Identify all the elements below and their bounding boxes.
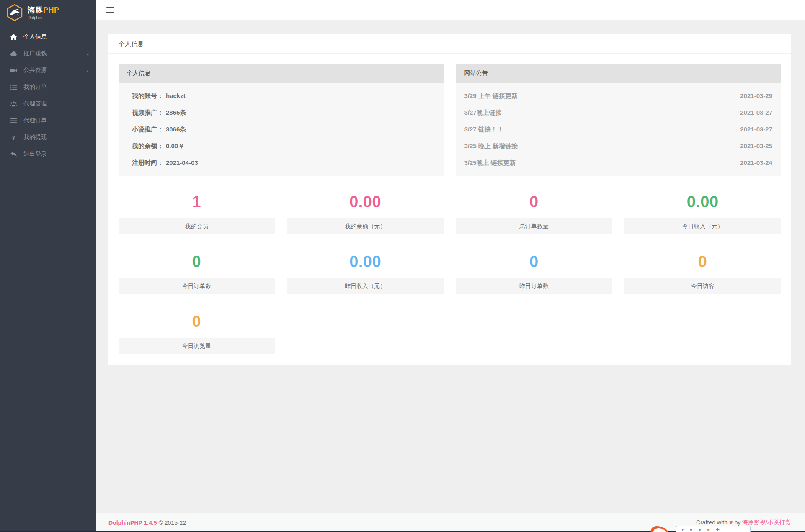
sidebar-item-label: 退出登录 (23, 150, 47, 158)
profile-row-register-time: 注册时间：2021-04-03 (127, 154, 435, 171)
main-card: 个人信息 个人信息 我的账号：hackzt 视频推广：2865条 小说推广：30… (108, 34, 791, 365)
stat-today-pageviews: 0今日浏览量 (119, 305, 275, 354)
profile-panel: 个人信息 我的账号：hackzt 视频推广：2865条 小说推广：3066条 我… (119, 64, 444, 176)
sidebar-item-label: 公共资源 (23, 67, 47, 74)
announcement-panel: 网站公告 3/29 上午 链接更新2021-03-29 3/27晚上链接2021… (456, 64, 781, 176)
stats-grid: 1我的会员 0.00我的余额（元） 0总订单数量 0.00今日收入（元） 0今日… (119, 185, 781, 354)
sidebar-item-my-orders[interactable]: 我的订单 (0, 79, 96, 95)
app-logo[interactable]: 海豚PHP Dolphin (0, 0, 96, 25)
stat-today-income: 0.00今日收入（元） (624, 185, 781, 234)
sidebar-item-label: 个人信息 (23, 33, 47, 41)
sidebar-item-label: 我的提现 (23, 134, 47, 141)
sidebar-item-agent-management[interactable]: 代理管理 (0, 95, 96, 112)
video-icon (10, 67, 17, 74)
sidebar-item-label: 代理订单 (23, 117, 47, 124)
home-icon (10, 33, 17, 41)
stat-my-members: 1我的会员 (119, 185, 275, 234)
sidebar-menu: 个人信息 推广赚钱 ‹ 公共资源 ‹ 我的订单 代理管理 (0, 28, 96, 162)
widget-toolbar[interactable]: ▾ ● ● ● ✚ (676, 526, 751, 532)
chevron-left-icon: ‹ (87, 67, 89, 74)
footer-brand: DolphinPHP 1.4.5 (108, 519, 157, 526)
widget-logo-icon (649, 525, 675, 532)
logout-icon (10, 151, 17, 158)
chevron-left-icon: ‹ (87, 51, 89, 57)
yen-icon: ¥ (10, 134, 17, 141)
widget-dot-icon: ● (690, 527, 693, 532)
widget-dot-icon: ● (698, 527, 701, 532)
cloud-icon (10, 50, 17, 57)
bars-icon (10, 117, 17, 124)
menu-toggle-button[interactable] (106, 7, 114, 13)
page-title: 个人信息 (108, 34, 791, 54)
sidebar-item-label: 推广赚钱 (23, 50, 47, 57)
floating-widget[interactable]: ▾ ● ● ● ✚ (649, 525, 751, 532)
profile-row-account: 我的账号：hackzt (127, 87, 435, 104)
sidebar-item-label: 我的订单 (23, 83, 47, 91)
topbar (96, 0, 805, 20)
sidebar-item-label: 代理管理 (23, 100, 47, 108)
profile-row-balance: 我的余额：0.00￥ (127, 138, 435, 154)
widget-chevron-icon: ▾ (681, 527, 684, 532)
sidebar: 海豚PHP Dolphin 个人信息 推广赚钱 ‹ 公共资源 ‹ (0, 0, 96, 532)
profile-row-video-promo: 视频推广：2865条 (127, 104, 435, 121)
stat-yesterday-income: 0.00昨日收入（元） (287, 245, 444, 294)
dolphin-logo-icon (6, 4, 23, 21)
stat-today-visitors: 0今日访客 (624, 245, 781, 294)
announcement-item[interactable]: 3/25 晚上 新增链接2021-03-25 (464, 138, 773, 154)
stat-total-orders: 0总订单数量 (456, 185, 612, 234)
widget-dot-icon: ● (707, 527, 710, 532)
sidebar-item-my-withdrawal[interactable]: ¥ 我的提现 (0, 129, 96, 146)
stat-yesterday-orders: 0昨日订单数 (456, 245, 612, 294)
profile-row-novel-promo: 小说推广：3066条 (127, 121, 435, 138)
announcement-item[interactable]: 3/29 上午 链接更新2021-03-29 (464, 87, 773, 104)
profile-panel-title: 个人信息 (119, 64, 444, 83)
announcement-item[interactable]: 3/27 链接！！2021-03-27 (464, 121, 773, 138)
announcement-item[interactable]: 3/27晚上链接2021-03-27 (464, 104, 773, 121)
logo-title-php: PHP (43, 6, 59, 14)
sidebar-item-profile[interactable]: 个人信息 (0, 28, 96, 45)
stat-today-orders: 0今日订单数 (119, 245, 275, 294)
sidebar-item-agent-orders[interactable]: 代理订单 (0, 112, 96, 129)
stat-my-balance: 0.00我的余额（元） (287, 185, 444, 234)
announcement-panel-title: 网站公告 (456, 64, 781, 83)
sidebar-item-public-resources[interactable]: 公共资源 ‹ (0, 62, 96, 79)
list-icon (10, 84, 17, 91)
sidebar-item-logout[interactable]: 退出登录 (0, 146, 96, 162)
users-icon (10, 100, 17, 108)
footer-left: DolphinPHP 1.4.5 © 2015-22 (108, 519, 186, 526)
widget-plus-icon: ✚ (716, 527, 720, 532)
logo-title-cn: 海豚 (28, 6, 43, 14)
footer-copyright: © 2015-22 (159, 519, 186, 526)
announcement-item[interactable]: 3/25晚上 链接更新2021-03-24 (464, 154, 773, 171)
app-logo-text: 海豚PHP Dolphin (28, 5, 59, 20)
sidebar-item-promotion[interactable]: 推广赚钱 ‹ (0, 45, 96, 62)
logo-subtitle: Dolphin (28, 15, 59, 20)
